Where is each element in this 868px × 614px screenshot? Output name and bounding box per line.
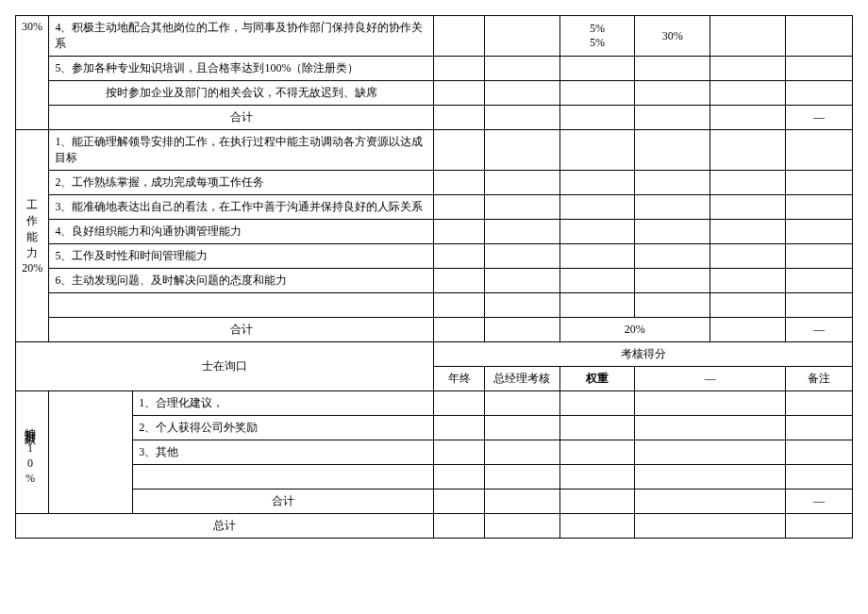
table-row: 5、工作及时性和时间管理能力	[16, 244, 853, 269]
col-header: 备注	[786, 367, 853, 391]
col-header: —	[635, 367, 786, 391]
table-row: 2、个人获得公司外奖励	[16, 416, 853, 440]
subtotal-row: 合计 —	[16, 490, 853, 514]
section1-label: 30%	[16, 16, 49, 130]
subtotal-row: 合计 20% —	[16, 318, 853, 342]
item-text: 2、个人获得公司外奖励	[133, 416, 434, 440]
dash-cell: —	[786, 106, 853, 130]
percent-cell: 30%	[635, 16, 710, 57]
dash-cell: —	[786, 318, 853, 342]
total-label: 总计	[16, 514, 434, 539]
percent-cell: 20%	[559, 318, 710, 342]
item-text: 3、其他	[133, 440, 434, 465]
subtotal-label: 合计	[133, 490, 434, 514]
table-row: 3、其他	[16, 440, 853, 465]
item-text: 3、能准确地表达出自己的看法，在工作中善于沟通并保持良好的人际关系	[49, 195, 434, 220]
section3-label: 特别贡献 10%	[16, 391, 49, 514]
item-text: 5、工作及时性和时间管理能力	[49, 244, 434, 269]
item-text: 5、参加各种专业知识培训，且合格率达到100%（除注册类）	[49, 57, 434, 81]
table-row: 按时参加企业及部门的相关会议，不得无故迟到、缺席	[16, 81, 853, 106]
col-header: 年终	[434, 367, 484, 391]
item-text: 1、能正确理解领导安排的工作，在执行过程中能主动调动各方资源以达成目标	[49, 130, 434, 171]
table-row: 3、能准确地表达出自己的看法，在工作中善于沟通并保持良好的人际关系	[16, 195, 853, 220]
total-row: 总计	[16, 514, 853, 539]
section2-label: 工作能力20%	[16, 130, 49, 342]
subtotal-row: 合计 —	[16, 106, 853, 130]
table-row: 特别贡献 10% 1、合理化建议，	[16, 391, 853, 416]
item-text: 6、主动发现问题、及时解决问题的态度和能力	[49, 269, 434, 293]
header-title: 士在询口	[16, 342, 434, 391]
table-row: 2、工作熟练掌握，成功完成每项工作任务	[16, 171, 853, 195]
subtotal-label: 合计	[49, 318, 434, 342]
item-text: 4、良好组织能力和沟通协调管理能力	[49, 220, 434, 244]
table-row	[16, 465, 853, 490]
item-text: 4、积极主动地配合其他岗位的工作，与同事及协作部门保持良好的协作关系	[49, 16, 434, 57]
table-row: 6、主动发现问题、及时解决问题的态度和能力	[16, 269, 853, 293]
dash-cell: —	[786, 490, 853, 514]
col-header: 总经理考核	[484, 367, 559, 391]
percent-cell: 5% 5%	[559, 16, 635, 57]
evaluation-table: 30% 4、积极主动地配合其他岗位的工作，与同事及协作部门保持良好的协作关系 5…	[15, 15, 853, 539]
col-header: 权重	[559, 367, 635, 391]
header-score: 考核得分	[434, 342, 853, 367]
subtotal-label: 合计	[49, 106, 434, 130]
table-row: 30% 4、积极主动地配合其他岗位的工作，与同事及协作部门保持良好的协作关系 5…	[16, 16, 853, 57]
table-row: 工作能力20% 1、能正确理解领导安排的工作，在执行过程中能主动调动各方资源以达…	[16, 130, 853, 171]
table-row	[16, 293, 853, 318]
table-row: 4、良好组织能力和沟通协调管理能力	[16, 220, 853, 244]
item-text: 1、合理化建议，	[133, 391, 434, 416]
item-text: 按时参加企业及部门的相关会议，不得无故迟到、缺席	[49, 81, 434, 106]
table-row: 5、参加各种专业知识培训，且合格率达到100%（除注册类）	[16, 57, 853, 81]
item-text: 2、工作熟练掌握，成功完成每项工作任务	[49, 171, 434, 195]
header-row: 士在询口 考核得分	[16, 342, 853, 367]
